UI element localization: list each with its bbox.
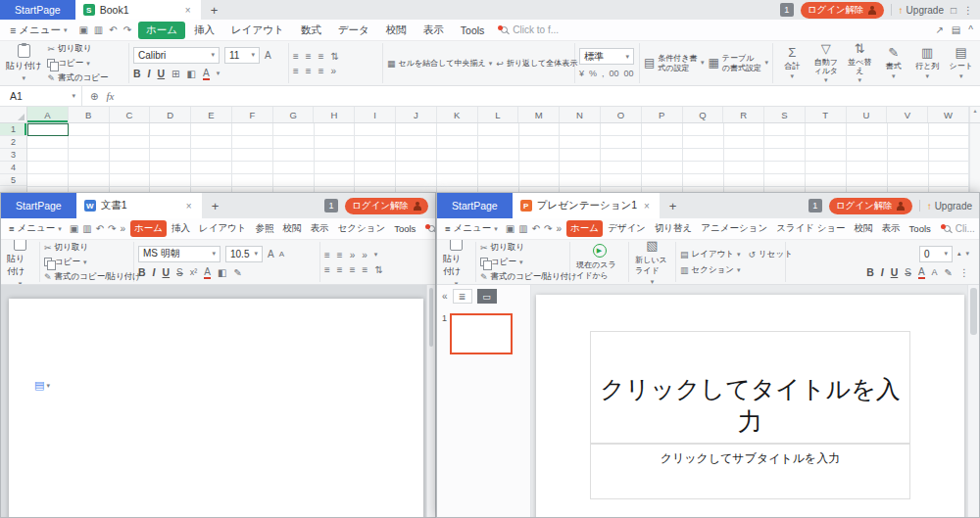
vertical-scrollbar[interactable]	[967, 285, 979, 517]
layout-button[interactable]: ▤レイアウト▾	[680, 249, 741, 260]
ribbon-search[interactable]: Cli...	[944, 223, 975, 234]
undo-icon[interactable]: ↶	[109, 24, 117, 35]
column-header[interactable]: J	[396, 107, 437, 122]
rows-columns-button[interactable]: ▥行と列▾	[912, 46, 943, 79]
redo-icon[interactable]: ↷	[108, 223, 116, 234]
logout-button[interactable]: ログイン解除	[345, 198, 428, 214]
borders-icon[interactable]: ⊞	[172, 69, 179, 79]
undo-icon[interactable]: ↶	[96, 223, 104, 234]
menu-button[interactable]: ≡ メニュー ▾	[6, 222, 65, 235]
sum-button[interactable]: Σ合計▾	[777, 46, 808, 79]
row-header[interactable]: 2	[0, 136, 26, 149]
font-size-select[interactable]: 10.5▾	[225, 246, 263, 262]
font-name-select[interactable]: MS 明朝▾	[138, 246, 220, 262]
redo-icon[interactable]: ↷	[123, 24, 131, 35]
italic-button[interactable]: I	[881, 266, 884, 278]
ribbon-tab-review[interactable]: 校閲	[378, 22, 415, 39]
line-spacing-icon[interactable]: ⇅	[374, 264, 382, 275]
more-icon[interactable]: ⋮	[976, 223, 979, 234]
ribbon-tab-view[interactable]: 表示	[878, 220, 905, 237]
restore-window-icon[interactable]: □	[951, 5, 956, 16]
column-header[interactable]: D	[150, 107, 191, 122]
column-header[interactable]: M	[518, 107, 560, 122]
row-header[interactable]: 1	[0, 123, 26, 136]
ribbon-tab-home[interactable]: ホーム	[138, 22, 185, 39]
ribbon-tab-design[interactable]: デザイン	[604, 220, 650, 237]
column-header[interactable]: R	[723, 107, 764, 122]
close-tab-icon[interactable]: ×	[184, 201, 194, 212]
switch-layout-icon[interactable]: ▤	[952, 24, 960, 35]
tab-book1[interactable]: S Book1 ×	[75, 0, 201, 20]
ribbon-tab-review[interactable]: 校閲	[279, 220, 306, 237]
wrap-text-button[interactable]: ↩ 折り返して全体表示	[496, 58, 577, 69]
title-placeholder[interactable]: クリックしてタイトルを入力	[590, 331, 911, 444]
notification-badge[interactable]: 1	[324, 199, 338, 212]
ribbon-tab-slideshow[interactable]: スライド ショー	[772, 220, 849, 237]
notification-badge[interactable]: 1	[780, 3, 794, 17]
document-page[interactable]	[9, 299, 423, 517]
format-painter-button[interactable]: ✎書式のコピー	[47, 72, 108, 84]
save-icon[interactable]: ▣	[506, 223, 514, 234]
shrink-font-icon[interactable]: A	[932, 267, 938, 277]
column-header[interactable]: U	[847, 107, 888, 122]
character-format-icon[interactable]: ✎	[945, 267, 953, 278]
redo-icon[interactable]: ↷	[544, 223, 552, 234]
slide-canvas[interactable]: クリックしてタイトルを入力 クリックしてサブタイトルを入力	[536, 295, 964, 517]
ribbon-tab-home[interactable]: ホーム	[566, 220, 603, 237]
shrink-font-icon[interactable]: A	[279, 250, 284, 259]
fill-color-icon[interactable]: ◧	[187, 69, 196, 79]
save-icon[interactable]: ▣	[78, 24, 87, 35]
column-header[interactable]: B	[69, 107, 110, 122]
ribbon-tab-insert[interactable]: 挿入	[168, 220, 194, 237]
scroll-up-arrow[interactable]: ▴	[969, 107, 980, 122]
new-slide-button[interactable]: ▧ 新しいスライド ▾	[633, 240, 671, 285]
undo-icon[interactable]: ↶	[532, 223, 540, 234]
align-center-icon[interactable]: ≡	[337, 264, 343, 275]
decrease-decimal-icon[interactable]: 00	[624, 69, 634, 78]
column-header[interactable]: I	[355, 107, 396, 122]
tab-presentation1[interactable]: P プレゼンテーション1 ×	[513, 193, 660, 218]
paste-button[interactable]: 貼り付け ▾	[5, 240, 35, 285]
column-header[interactable]: W	[928, 107, 969, 122]
scrollbar-thumb[interactable]	[970, 288, 977, 335]
grow-font-icon[interactable]: A	[265, 50, 271, 61]
column-header[interactable]: O	[601, 107, 642, 122]
logout-button[interactable]: ログイン解除	[801, 2, 884, 19]
autofilter-button[interactable]: ▽自動フィルタ▾	[811, 42, 842, 84]
font-color-icon[interactable]: A	[918, 266, 925, 279]
insert-function-icon[interactable]: ⊕	[90, 91, 98, 102]
column-header[interactable]: H	[314, 107, 355, 122]
print-icon[interactable]: ▥	[518, 223, 527, 234]
bold-button[interactable]: B	[138, 266, 146, 278]
more-icon[interactable]: ⋮	[959, 267, 969, 278]
column-header[interactable]: A	[27, 107, 69, 122]
share-icon[interactable]: ↗	[935, 24, 943, 35]
ribbon-tab-review[interactable]: 校閲	[851, 220, 877, 237]
decrease-indent-icon[interactable]: »	[350, 250, 356, 260]
name-box[interactable]: A1 ▾	[0, 86, 82, 106]
column-header[interactable]: E	[191, 107, 232, 122]
format-painter-button[interactable]: ✎書式のコピー/貼り付け	[480, 271, 577, 283]
align-right-icon[interactable]: ≡	[350, 264, 356, 275]
spinner-up-icon[interactable]: ▴	[957, 250, 961, 258]
new-tab-button[interactable]: +	[660, 193, 687, 218]
italic-button[interactable]: I	[153, 266, 156, 278]
paste-button[interactable]: 貼り付け ▾	[441, 240, 471, 285]
character-format-icon[interactable]: ✎	[233, 267, 241, 278]
tab-startpage[interactable]: StartPage	[0, 0, 75, 20]
new-tab-button[interactable]: +	[201, 0, 228, 20]
format-painter-button[interactable]: ✎書式のコピー/貼り付け	[44, 271, 141, 283]
increase-indent-icon[interactable]: »	[362, 250, 368, 260]
conditional-format-button[interactable]: ▤ 条件付き書式の設定 ▾	[644, 54, 705, 72]
more-commands-icon[interactable]: »	[556, 223, 562, 234]
ribbon-tab-layout[interactable]: レイアウト	[223, 22, 292, 39]
cut-button[interactable]: ✂切り取り	[44, 242, 141, 254]
align-center-icon[interactable]: ≡	[306, 66, 312, 76]
save-icon[interactable]: ▣	[70, 223, 78, 234]
underline-button[interactable]: U	[158, 68, 166, 79]
format-button[interactable]: ✎書式▾	[879, 46, 909, 79]
strikethrough-button[interactable]: S	[176, 267, 183, 278]
row-header[interactable]: 4	[0, 162, 26, 174]
column-header[interactable]: S	[764, 107, 806, 122]
page-tool-button[interactable]: ▤ ▾	[34, 379, 50, 392]
